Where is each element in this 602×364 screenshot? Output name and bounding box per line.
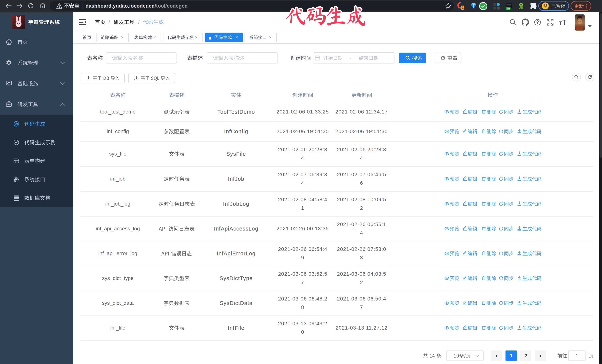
svg-text:1: 1 <box>462 6 463 10</box>
svg-text:on: on <box>507 7 510 10</box>
